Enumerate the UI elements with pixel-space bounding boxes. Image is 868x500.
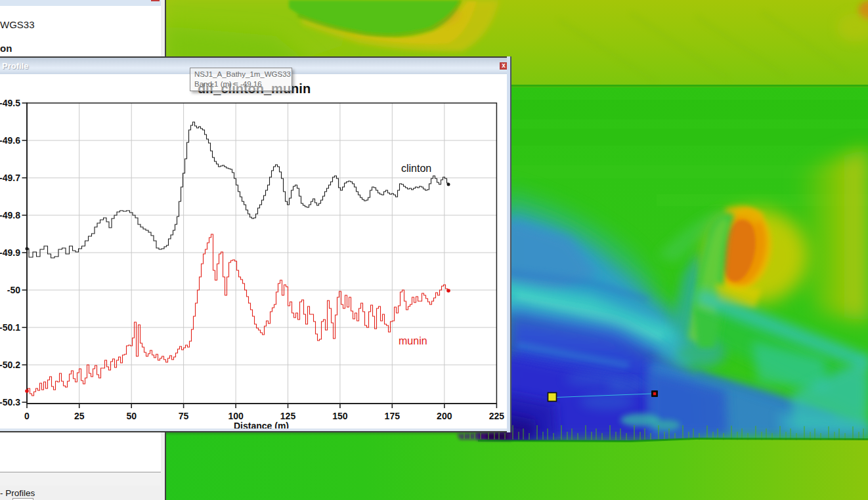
- svg-text:-50.2: -50.2: [0, 360, 20, 370]
- svg-text:-49.7: -49.7: [0, 173, 20, 183]
- svg-text:-49.9: -49.9: [0, 247, 20, 258]
- svg-text:-49.5: -49.5: [0, 98, 20, 108]
- svg-text:-49.6: -49.6: [0, 135, 20, 146]
- svg-text:munin: munin: [399, 335, 427, 346]
- svg-text:clinton: clinton: [401, 163, 431, 174]
- svg-text:175: 175: [385, 411, 401, 421]
- svg-text:-50.3: -50.3: [0, 397, 20, 407]
- svg-text:100: 100: [228, 411, 244, 421]
- svg-text:-49.8: -49.8: [0, 210, 20, 220]
- svg-text:75: 75: [179, 411, 189, 421]
- svg-text:25: 25: [74, 411, 85, 421]
- svg-text:0: 0: [24, 411, 30, 421]
- svg-text:150: 150: [332, 411, 348, 421]
- svg-text:-50: -50: [7, 285, 20, 295]
- svg-text:200: 200: [437, 411, 452, 421]
- svg-text:50: 50: [126, 411, 137, 421]
- svg-text:225: 225: [489, 411, 505, 421]
- svg-text:125: 125: [280, 411, 296, 421]
- svg-text:-50.1: -50.1: [0, 322, 20, 333]
